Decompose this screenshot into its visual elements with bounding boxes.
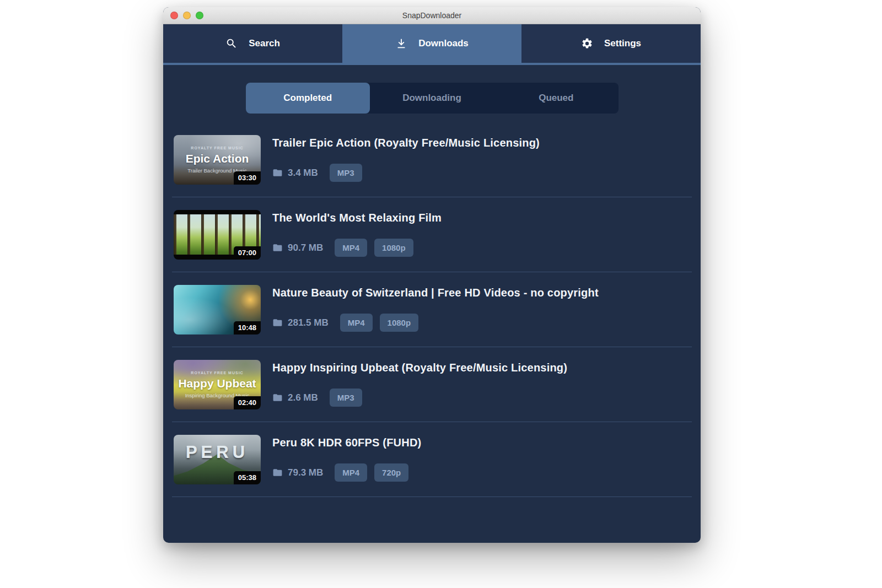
tab-search[interactable]: Search [163, 24, 342, 63]
gear-icon [581, 37, 593, 50]
folder-icon [272, 467, 283, 478]
file-size: 90.7 MB [288, 242, 323, 253]
download-meta: 2.6 MB MP3 [272, 389, 567, 407]
thumbnail-overlay-small: ROYALTY FREE MUSIC [191, 371, 243, 375]
download-title: The World's Most Relaxing Film [272, 212, 442, 224]
download-meta: 90.7 MB MP41080p [272, 239, 442, 257]
app-window: SnapDownloader Search Downloads Settings… [163, 7, 701, 543]
folder-icon [272, 242, 283, 253]
folder-icon [272, 168, 283, 178]
window-title: SnapDownloader [163, 11, 701, 20]
format-badge: MP3 [330, 389, 362, 407]
thumbnail-overlay-title: Epic Action [186, 152, 249, 165]
titlebar: SnapDownloader [163, 7, 701, 24]
download-info: Peru 8K HDR 60FPS (FUHD) 79.3 MB MP4720p [272, 435, 421, 484]
duration-badge: 02:40 [234, 396, 261, 409]
thumbnail-overlay-title: Happy Upbeat [178, 377, 256, 390]
format-badges: MP41080p [335, 239, 413, 257]
format-badge: MP4 [335, 239, 367, 257]
format-badge: MP4 [340, 314, 373, 332]
thumbnail-overlay-title: PERU [186, 443, 249, 462]
file-size: 79.3 MB [288, 467, 323, 478]
download-row[interactable]: PERU 05:38 Peru 8K HDR 60FPS (FUHD) 79.3… [172, 422, 692, 497]
folder-icon [272, 317, 283, 328]
format-badge: 720p [374, 463, 408, 482]
download-title: Trailer Epic Action (Royalty Free/Music … [272, 137, 540, 149]
search-icon [225, 37, 238, 50]
duration-badge: 07:00 [234, 246, 261, 260]
file-size: 3.4 MB [288, 168, 318, 179]
download-info: Nature Beauty of Switzerland | Free HD V… [272, 285, 599, 335]
download-meta: 3.4 MB MP3 [272, 164, 540, 182]
download-info: The World's Most Relaxing Film 90.7 MB M… [272, 210, 442, 260]
video-thumbnail[interactable]: ROYALTY FREE MUSIC Epic Action Trailer B… [174, 135, 261, 185]
download-title: Nature Beauty of Switzerland | Free HD V… [272, 287, 599, 299]
download-title: Happy Inspiring Upbeat (Royalty Free/Mus… [272, 362, 567, 374]
video-thumbnail[interactable]: 07:00 [174, 210, 261, 260]
main-nav: Search Downloads Settings [163, 24, 701, 65]
filter-bar: Completed Downloading Queued [246, 83, 619, 114]
download-row[interactable]: 07:00 The World's Most Relaxing Film 90.… [172, 197, 692, 272]
video-thumbnail[interactable]: 10:48 [174, 285, 261, 335]
tab-settings-label: Settings [604, 38, 641, 49]
format-badges: MP4720p [335, 463, 408, 482]
downloads-list: ROYALTY FREE MUSIC Epic Action Trailer B… [172, 122, 692, 497]
download-row[interactable]: ROYALTY FREE MUSIC Epic Action Trailer B… [172, 122, 692, 197]
tab-settings[interactable]: Settings [521, 24, 701, 63]
tab-downloads[interactable]: Downloads [342, 24, 521, 63]
format-badges: MP3 [330, 164, 362, 182]
download-row[interactable]: 10:48 Nature Beauty of Switzerland | Fre… [172, 272, 692, 347]
video-thumbnail[interactable]: ROYALTY FREE MUSIC Happy Upbeat Inspirin… [174, 360, 261, 409]
format-badge: MP4 [335, 463, 367, 482]
thumbnail-overlay-small: ROYALTY FREE MUSIC [191, 146, 243, 150]
video-thumbnail[interactable]: PERU 05:38 [174, 435, 261, 484]
tab-downloads-label: Downloads [418, 38, 469, 49]
file-size: 2.6 MB [288, 392, 318, 403]
file-size: 281.5 MB [288, 317, 329, 328]
download-icon [395, 37, 407, 50]
download-info: Trailer Epic Action (Royalty Free/Music … [272, 135, 540, 185]
download-title: Peru 8K HDR 60FPS (FUHD) [272, 436, 421, 449]
format-badge: MP3 [330, 164, 362, 182]
duration-badge: 03:30 [234, 171, 261, 185]
download-row[interactable]: ROYALTY FREE MUSIC Happy Upbeat Inspirin… [172, 347, 692, 422]
filter-queued[interactable]: Queued [494, 83, 618, 114]
filter-downloading[interactable]: Downloading [370, 83, 494, 114]
download-meta: 79.3 MB MP4720p [272, 463, 421, 482]
format-badge: 1080p [374, 239, 413, 257]
format-badges: MP3 [330, 389, 362, 407]
download-meta: 281.5 MB MP41080p [272, 314, 599, 332]
format-badges: MP41080p [340, 314, 418, 332]
duration-badge: 05:38 [234, 471, 261, 484]
format-badge: 1080p [380, 314, 419, 332]
download-info: Happy Inspiring Upbeat (Royalty Free/Mus… [272, 360, 567, 409]
duration-badge: 10:48 [234, 321, 261, 335]
filter-completed[interactable]: Completed [246, 83, 370, 114]
tab-search-label: Search [249, 38, 280, 49]
folder-icon [272, 392, 283, 403]
